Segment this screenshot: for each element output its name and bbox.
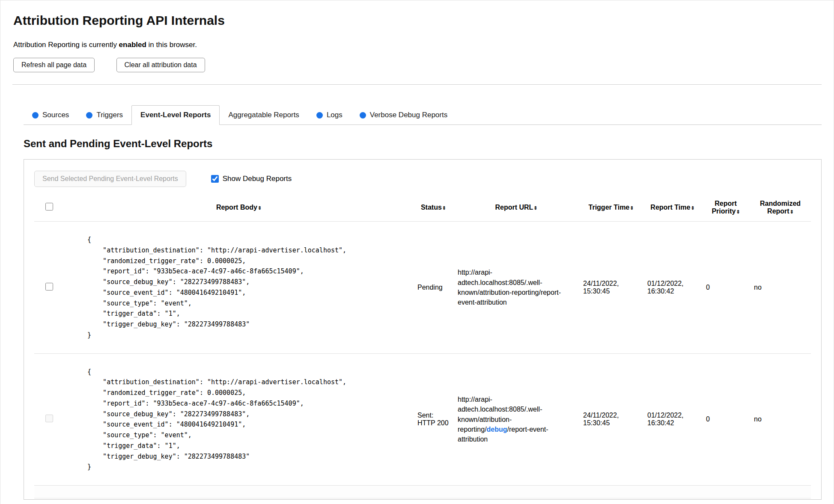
report-time-cell: 01/12/2022, 16:30:42 xyxy=(643,353,702,486)
status-line: Attribution Reporting is currently enabl… xyxy=(13,41,822,49)
tab-event-level-reports[interactable]: Event-Level Reports xyxy=(131,105,220,125)
status-cell: Sent: HTTP 200 xyxy=(413,353,453,486)
tab-verbose-debug-reports[interactable]: Verbose Debug Reports xyxy=(351,106,456,125)
sort-icon: ⇕ xyxy=(736,209,739,214)
page-title: Attribution Reporting API Internals xyxy=(13,13,822,28)
tab-label: Sources xyxy=(42,111,69,119)
blue-dot-icon xyxy=(86,112,92,119)
tab-aggregatable-reports[interactable]: Aggregatable Reports xyxy=(220,106,307,125)
sort-icon: ⇕ xyxy=(442,205,446,210)
report-priority-cell: 0 xyxy=(702,222,750,354)
trigger-time-cell: 24/11/2022, 15:30:45 xyxy=(579,353,643,486)
select-all-header xyxy=(34,196,64,222)
report-body-cell: { "attribution_destination": "http://ara… xyxy=(64,353,413,486)
select-all-checkbox[interactable] xyxy=(45,203,53,210)
sort-icon: ⇕ xyxy=(258,205,261,210)
row-select-cell xyxy=(34,353,64,486)
attribution-internals-page: Attribution Reporting API Internals Attr… xyxy=(0,0,834,504)
header-status[interactable]: Status⇕ xyxy=(413,196,453,222)
sort-icon: ⇕ xyxy=(691,205,694,210)
debug-link[interactable]: debug xyxy=(487,426,507,433)
report-url-cell: http://arapi-adtech.localhost:8085/.well… xyxy=(453,222,579,354)
tab-label: Triggers xyxy=(96,111,123,119)
table-row: { "attribution_destination": "http://ara… xyxy=(34,353,811,486)
tab-label: Verbose Debug Reports xyxy=(370,111,447,119)
report-time-cell: 01/12/2022, 16:30:42 xyxy=(643,222,702,354)
randomized-report-cell: no xyxy=(750,222,811,354)
header-report-body[interactable]: Report Body⇕ xyxy=(64,196,413,222)
clear-all-button[interactable]: Clear all attribution data xyxy=(116,58,205,72)
send-selected-reports-button: Send Selected Pending Event-Level Report… xyxy=(34,171,186,187)
table-row: { "attribution_destination": "http://ara… xyxy=(34,222,811,354)
sort-icon: ⇕ xyxy=(533,205,537,210)
show-debug-reports-control: Show Debug Reports xyxy=(211,175,292,183)
sort-icon: ⇕ xyxy=(790,209,793,214)
header-randomized-report[interactable]: Randomized Report⇕ xyxy=(750,196,811,222)
sort-icon: ⇕ xyxy=(630,205,633,210)
show-debug-reports-checkbox[interactable] xyxy=(211,175,219,183)
report-priority-cell: 0 xyxy=(702,353,750,486)
tab-strip: Sources Triggers Event-Level Reports Agg… xyxy=(24,105,822,125)
tab-sources[interactable]: Sources xyxy=(24,106,77,125)
row-select-checkbox[interactable] xyxy=(45,283,53,291)
header-report-time[interactable]: Report Time⇕ xyxy=(643,196,702,222)
blue-dot-icon xyxy=(360,112,366,119)
top-buttons: Refresh all page data Clear all attribut… xyxy=(13,58,822,72)
tab-area: Sources Triggers Event-Level Reports Agg… xyxy=(24,105,822,500)
status-prefix: Attribution Reporting is currently xyxy=(13,41,119,49)
blue-dot-icon xyxy=(32,112,39,119)
tab-label: Event-Level Reports xyxy=(140,111,211,119)
trigger-time-cell: 24/11/2022, 15:30:45 xyxy=(579,222,643,354)
report-body-json: { "attribution_destination": "http://ara… xyxy=(69,367,409,473)
panel-controls: Send Selected Pending Event-Level Report… xyxy=(34,171,811,187)
blue-dot-icon xyxy=(316,112,323,119)
status-cell: Pending xyxy=(413,222,453,354)
table-header-row: Report Body⇕ Status⇕ Report URL⇕ Trigger… xyxy=(34,196,811,222)
status-emphasis: enabled xyxy=(119,41,146,49)
header-report-url[interactable]: Report URL⇕ xyxy=(453,196,579,222)
reports-panel: Send Selected Pending Event-Level Report… xyxy=(24,159,822,500)
report-body-cell: { "attribution_destination": "http://ara… xyxy=(64,222,413,354)
refresh-all-button[interactable]: Refresh all page data xyxy=(13,58,95,72)
table-footer-strip xyxy=(34,486,811,498)
row-select-checkbox-disabled xyxy=(45,415,53,422)
status-suffix: in this browser. xyxy=(146,41,197,49)
top-divider xyxy=(12,84,822,85)
reports-table: Report Body⇕ Status⇕ Report URL⇕ Trigger… xyxy=(34,196,811,498)
tab-triggers[interactable]: Triggers xyxy=(77,106,131,125)
show-debug-reports-label: Show Debug Reports xyxy=(223,175,292,183)
row-select-cell xyxy=(34,222,64,354)
report-body-json: { "attribution_destination": "http://ara… xyxy=(69,234,409,341)
table-footer-row xyxy=(34,486,811,498)
tab-label: Logs xyxy=(327,111,343,119)
randomized-report-cell: no xyxy=(750,353,811,486)
tab-logs[interactable]: Logs xyxy=(308,106,351,125)
header-trigger-time[interactable]: Trigger Time⇕ xyxy=(579,196,643,222)
header-report-priority[interactable]: Report Priority⇕ xyxy=(702,196,750,222)
tab-label: Aggregatable Reports xyxy=(228,111,299,119)
report-url-cell: http://arapi-adtech.localhost:8085/.well… xyxy=(453,353,579,486)
section-heading: Sent and Pending Event-Level Reports xyxy=(24,138,822,150)
